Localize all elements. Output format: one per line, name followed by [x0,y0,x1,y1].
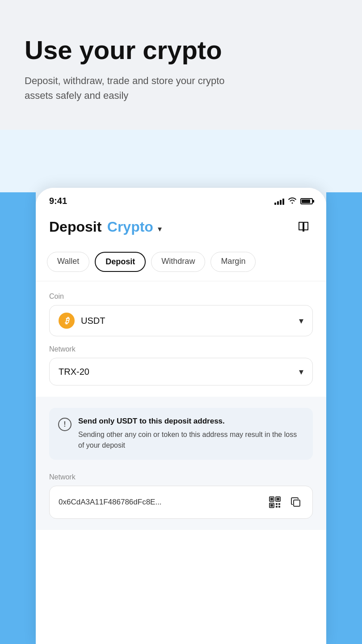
coin-dropdown[interactable]: ₿ USDT ▾ [49,305,313,336]
status-icons [274,197,313,206]
warning-body: Sending other any coin or token to this … [78,429,304,451]
address-field: 0x6CdA3A11F486786dFc8E... [49,486,313,519]
svg-rect-8 [276,506,278,508]
book-icon[interactable] [294,217,313,236]
coin-label: Coin [49,292,313,301]
address-section: Network 0x6CdA3A11F486786dFc8E... [36,471,326,530]
status-bar: 9:41 [36,188,326,211]
network-chevron-icon: ▾ [299,366,303,377]
address-value: 0x6CdA3A11F486786dFc8E... [59,498,261,507]
hero-section: Use your crypto Deposit, withdraw, trade… [0,0,362,130]
network-dropdown[interactable]: TRX-20 ▾ [49,358,313,386]
battery-icon [300,198,313,204]
svg-rect-7 [278,503,280,505]
header-title-plain: Deposit [49,219,101,235]
header-title-accent: Crypto [107,219,153,235]
svg-rect-3 [277,498,279,500]
wifi-icon [288,197,297,206]
svg-rect-6 [276,503,278,505]
warning-title: Send only USDT to this deposit address. [78,417,304,426]
signal-icon [274,198,284,205]
qr-code-icon[interactable] [267,494,283,510]
network-value: TRX-20 [59,367,299,377]
svg-rect-1 [270,498,273,500]
svg-rect-9 [278,506,280,508]
warning-section: ! Send only USDT to this deposit address… [36,397,326,471]
warning-box: ! Send only USDT to this deposit address… [49,408,313,460]
network-label: Network [49,345,313,353]
header-chevron-icon[interactable]: ▾ [158,224,162,234]
phone-mockup: 9:41 Deposit Crypto [36,188,326,644]
tabs-container: Wallet Deposit Withdraw Margin [36,245,326,281]
svg-rect-10 [294,500,300,506]
hero-subtitle: Deposit, withdraw, trade and store your … [25,73,248,103]
status-time: 9:41 [49,196,67,206]
coin-chevron-icon: ▾ [299,315,303,326]
warning-text: Send only USDT to this deposit address. … [78,417,304,451]
svg-rect-5 [270,504,273,507]
form-section: Coin ₿ USDT ▾ Network TRX-20 ▾ [36,281,326,397]
coin-value: USDT [81,316,299,326]
page-header: Deposit Crypto ▾ [36,211,326,245]
tab-deposit[interactable]: Deposit [95,252,146,272]
warning-icon: ! [58,418,72,431]
copy-icon[interactable] [288,495,303,510]
header-title: Deposit Crypto ▾ [49,219,162,235]
tab-margin[interactable]: Margin [210,252,256,272]
tab-withdraw[interactable]: Withdraw [151,252,205,272]
tab-wallet[interactable]: Wallet [47,252,89,272]
address-label: Network [49,473,313,481]
hero-title: Use your crypto [25,36,337,64]
coin-icon: ₿ [59,313,75,329]
blue-right-panel [326,192,362,644]
bitcoin-symbol: ₿ [65,316,69,326]
blue-left-panel [0,192,36,644]
